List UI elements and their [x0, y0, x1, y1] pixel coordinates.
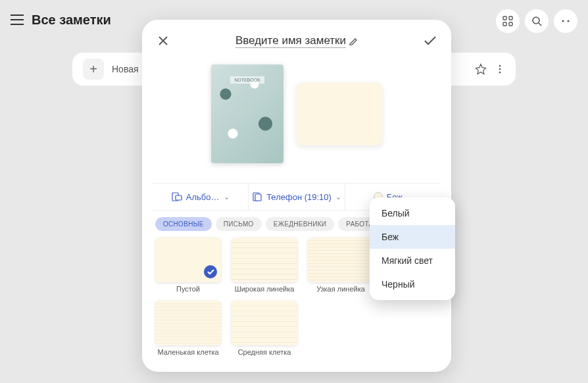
template-thumb — [155, 238, 221, 282]
note-title-placeholder: Введите имя заметки — [235, 34, 346, 48]
confirm-button[interactable] — [420, 30, 441, 51]
topbar-actions — [496, 9, 577, 33]
svg-rect-2 — [503, 22, 506, 26]
template-label: Средняя клетка — [232, 348, 297, 356]
modal-header: Введите имя заметки — [153, 30, 441, 51]
category-tab[interactable]: ПИСЬМО — [216, 217, 262, 231]
ratio-value: Телефон (19:10) — [266, 192, 331, 202]
card-actions — [475, 63, 505, 75]
dropdown-option[interactable]: Беж — [370, 225, 455, 249]
page-title: Все заметки — [32, 13, 111, 28]
svg-point-6 — [568, 20, 570, 22]
svg-rect-0 — [503, 16, 506, 20]
template-label: Маленькая клетка — [155, 348, 221, 356]
dropdown-option[interactable]: Белый — [370, 201, 455, 225]
cover-label: NOTEBOOK — [230, 76, 264, 84]
new-note-modal: Введите имя заметки NOTEBOOK Альбо… ⌄ Те… — [142, 20, 451, 372]
star-icon[interactable] — [475, 63, 487, 75]
svg-point-9 — [499, 72, 501, 74]
orientation-value: Альбо… — [186, 192, 220, 202]
template-item[interactable]: Узкая линейка — [308, 238, 374, 293]
cover-preview[interactable]: NOTEBOOK — [211, 64, 283, 163]
kebab-icon[interactable] — [495, 64, 505, 74]
template-item[interactable]: Широкая линейка — [232, 238, 297, 293]
category-tab[interactable]: ОСНОВНЫЕ — [155, 217, 212, 231]
preview-row: NOTEBOOK — [153, 51, 441, 183]
template-thumb — [232, 301, 297, 345]
svg-rect-11 — [176, 195, 182, 200]
template-label: Узкая линейка — [308, 285, 374, 293]
template-item[interactable]: Маленькая клетка — [155, 301, 221, 356]
note-title-input[interactable]: Введите имя заметки — [235, 34, 358, 48]
svg-point-4 — [533, 17, 539, 24]
category-tab[interactable]: ЕЖЕДНЕВНИКИ — [266, 217, 335, 231]
pencil-icon — [349, 36, 358, 45]
orientation-select[interactable]: Альбо… ⌄ — [153, 184, 249, 210]
template-thumb — [308, 238, 374, 282]
chevron-down-icon: ⌄ — [224, 193, 230, 201]
search-button[interactable] — [525, 9, 549, 33]
close-button[interactable] — [153, 30, 174, 51]
template-item[interactable]: Пустой — [155, 238, 221, 293]
selected-check-icon — [204, 265, 217, 278]
color-dropdown: БелыйБежМягкий светЧерный — [370, 197, 455, 300]
template-thumb — [155, 301, 221, 345]
page-preview[interactable] — [297, 83, 382, 145]
svg-rect-3 — [509, 22, 512, 26]
template-label: Пустой — [155, 285, 221, 293]
dropdown-option[interactable]: Мягкий свет — [370, 249, 455, 272]
menu-button[interactable] — [11, 14, 24, 25]
ratio-icon — [252, 192, 262, 202]
plus-icon: + — [83, 59, 104, 80]
svg-point-8 — [499, 68, 501, 70]
grid-view-button[interactable] — [496, 9, 520, 33]
template-thumb — [232, 238, 297, 282]
template-label: Широкая линейка — [232, 285, 297, 293]
chevron-down-icon: ⌄ — [335, 193, 341, 201]
orientation-icon — [172, 192, 182, 202]
svg-rect-13 — [255, 194, 261, 201]
new-note-label: Новая — [112, 64, 139, 74]
dropdown-option[interactable]: Черный — [370, 272, 455, 296]
svg-point-7 — [499, 65, 501, 67]
template-item[interactable]: Средняя клетка — [232, 301, 297, 356]
ratio-select[interactable]: Телефон (19:10) ⌄ — [249, 184, 345, 210]
svg-point-5 — [562, 20, 564, 22]
more-button[interactable] — [554, 9, 577, 33]
svg-rect-1 — [509, 16, 512, 20]
